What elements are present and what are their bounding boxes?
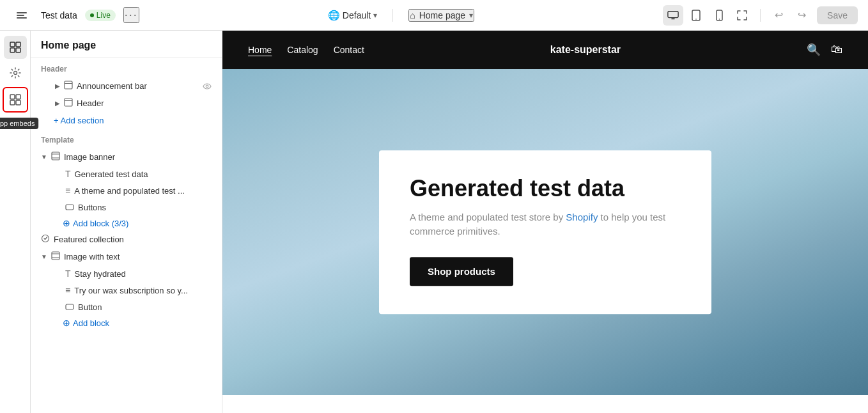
svg-point-13 [13,72,17,75]
redo-button[interactable]: ↪ [791,5,812,26]
tree-item-stay-hydrated[interactable]: T Stay hydrated [31,265,222,282]
nav-links: Home Catalog Contact [248,45,364,55]
tree-item-image-banner[interactable]: ▼ Image banner [31,148,222,166]
store-preview: Home Catalog Contact kate-superstar 🔍 🛍 … [222,31,868,413]
add-block2-label: Add block [73,318,109,328]
svg-rect-16 [10,100,15,105]
home-page-select[interactable]: ⌂ Home page ▾ [408,9,474,22]
cart-icon[interactable]: 🛍 [831,43,842,57]
nav-icons: 🔍 🛍 [807,43,842,57]
button-icon2 [65,302,74,312]
image-banner-label: Image banner [64,152,212,162]
fullscreen-button[interactable] [732,5,752,26]
collapse-arrow[interactable]: ▼ [41,153,47,160]
svg-rect-9 [10,42,15,47]
generated-label: Generated test data [75,169,212,179]
search-nav-icon[interactable]: 🔍 [807,43,821,57]
svg-rect-14 [10,95,15,99]
banner-card: Generated test data A theme and populate… [379,150,711,314]
settings-button[interactable] [4,61,27,84]
svg-rect-12 [16,48,20,52]
app-embeds-box: App embeds [3,87,28,113]
top-bar: Test data Live ··· 🌐 Default ▾ ⌂ Home pa… [0,0,868,31]
nav-catalog[interactable]: Catalog [287,45,318,55]
banner-section: Generated test data A theme and populate… [222,69,868,395]
add-block-link[interactable]: ⊕ Add block (3/3) [31,215,222,231]
tree-item-generated[interactable]: T Generated test data [31,166,222,182]
tree-item-announcement-bar[interactable]: ▶ Announcement bar [31,77,222,95]
banner-title: Generated test data [410,176,681,201]
sections-button[interactable] [4,36,27,59]
default-select[interactable]: 🌐 Default ▾ [328,10,377,21]
back-button[interactable] [10,4,33,27]
top-bar-left: Test data Live ··· [10,4,139,27]
announcement-bar-label: Announcement bar [77,81,199,91]
undo-button[interactable]: ↩ [768,5,789,26]
tree-item-buttons[interactable]: Buttons [31,199,222,215]
svg-rect-1 [17,15,24,16]
nav-home[interactable]: Home [248,45,272,55]
panel-title: Home page [31,31,222,58]
divider [392,9,393,22]
chevron-icon: ▾ [373,11,377,20]
mobile-view-button[interactable] [709,5,729,26]
svg-rect-4 [671,18,674,19]
text-icon2: T [65,269,71,279]
store-brand: kate-superstar [550,44,621,56]
save-button[interactable]: Save [817,6,858,24]
store-nav: Home Catalog Contact kate-superstar 🔍 🛍 [222,31,868,69]
app-name: Test data [41,10,77,20]
svg-rect-19 [65,83,72,84]
visibility-icon[interactable] [203,81,212,91]
svg-rect-21 [65,98,72,106]
image-with-text-label: Image with text [64,252,212,261]
svg-point-6 [695,19,697,20]
desktop-view-button[interactable] [663,5,683,26]
tree-item-image-with-text[interactable]: ▼ Image with text [31,248,222,265]
stay-hydrated-label: Stay hydrated [75,269,212,279]
svg-rect-11 [10,48,15,52]
tree-item-header[interactable]: ▶ Header [31,95,222,112]
tree-item-try-wax[interactable]: ≡ Try our wax subscription so y... [31,282,222,299]
svg-point-20 [206,85,208,88]
svg-rect-18 [65,81,72,89]
theme-test-label: A theme and populated test ... [74,186,212,196]
svg-rect-26 [66,205,74,210]
svg-point-8 [718,19,720,20]
plus-icon2: ⊕ [63,318,70,328]
svg-rect-0 [17,12,27,13]
nav-contact[interactable]: Contact [334,45,364,55]
tree-item-button[interactable]: Button [31,299,222,315]
sidebar-icons: App embeds [0,31,31,413]
svg-rect-3 [668,11,678,17]
preview-area: Home Catalog Contact kate-superstar 🔍 🛍 … [222,31,868,413]
featured-collection-label: Featured collection [54,235,212,244]
tree-item-featured-collection[interactable]: Featured collection [31,231,222,248]
svg-rect-17 [16,100,20,105]
list-icon: ≡ [65,185,70,196]
tablet-view-button[interactable] [686,5,706,26]
shop-products-button[interactable]: Shop products [410,257,513,286]
button-item-label: Button [78,302,212,312]
tree-item-theme-test[interactable]: ≡ A theme and populated test ... [31,182,222,199]
list-icon2: ≡ [65,285,70,295]
app-embeds-button[interactable] [4,88,27,111]
add-block2-link[interactable]: ⊕ Add block [31,315,222,331]
svg-rect-2 [17,17,27,19]
svg-rect-28 [52,252,59,260]
header-section-label: Header [31,58,222,77]
expand-arrow[interactable]: ▶ [55,82,60,90]
try-wax-label: Try our wax subscription so y... [74,286,212,295]
view-icons [663,5,752,26]
header-item-label: Header [77,98,212,108]
main-content: App embeds Home page Header ▶ Announceme… [0,31,868,413]
expand-arrow[interactable]: ▶ [55,100,60,107]
preview-scroll[interactable]: Home Catalog Contact kate-superstar 🔍 🛍 … [222,31,868,413]
plus-icon: ⊕ [63,218,70,228]
more-button[interactable]: ··· [123,7,139,23]
text-icon: T [65,169,71,179]
add-section-link[interactable]: + Add section [31,112,222,129]
collapse-arrow2[interactable]: ▼ [41,253,47,260]
add-block-label: Add block (3/3) [73,219,128,228]
svg-rect-22 [65,100,72,101]
